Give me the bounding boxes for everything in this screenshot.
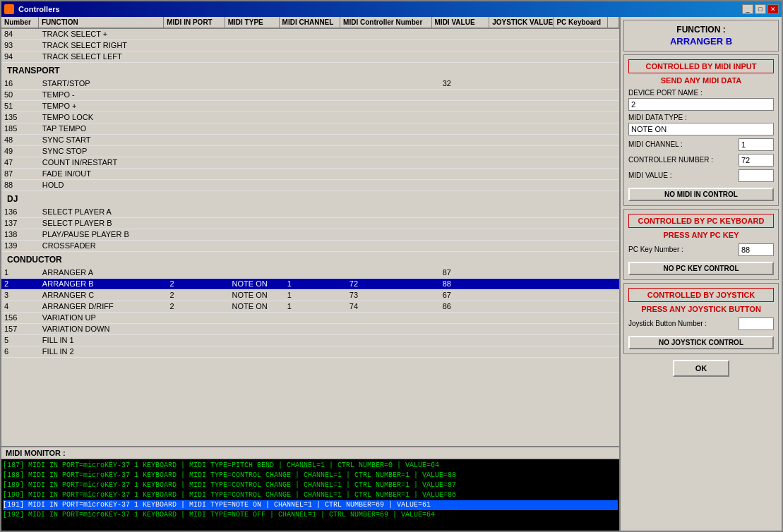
midi-log-line[interactable]: [189] MIDI IN PORT=microKEY-37 1 KEYBOAR… [3,480,618,490]
window-content: Number FUNCTION MIDI IN PORT MIDI TYPE M… [1,17,782,531]
table-row[interactable]: 93TRACK SELECT RIGHT [1,40,619,52]
table-cell: 5 [1,335,40,346]
midi-log-line[interactable]: [192] MIDI IN PORT=microKEY-37 1 KEYBOAR… [3,510,618,520]
table-row[interactable]: 2ARRANGER B2NOTE ON17288 [1,279,619,290]
table-row[interactable]: 138PLAY/PAUSE PLAYER B [1,229,619,241]
joystick-button-label: Joystick Button Number : [628,320,736,327]
table-cell [347,169,440,179]
midi-log-line[interactable]: [188] MIDI IN PORT=microKEY-37 1 KEYBOAR… [3,471,618,480]
table-cell [229,241,285,251]
table-row[interactable]: 16START/STOP32 [1,78,619,90]
table-row[interactable]: 6FILL IN 2 [1,346,619,358]
table-cell: 6 [1,346,40,357]
table-row[interactable]: 87FADE IN/OUT [1,169,619,180]
minimize-button[interactable]: _ [742,4,753,14]
col-header-function: FUNCTION [39,17,164,28]
section-label: CONDUCTOR [1,252,619,267]
close-button[interactable]: ✕ [767,4,779,14]
table-row[interactable]: 49SYNC STOP [1,146,619,157]
table-cell [498,146,564,157]
table-cell [285,52,347,62]
table-row[interactable]: 137SELECT PLAYER B [1,218,619,229]
table-cell [285,241,347,251]
table-cell [229,123,285,134]
table-cell: 94 [1,52,40,62]
midi-value-input[interactable] [739,169,774,182]
table-row[interactable]: 156VARIATION UP [1,313,619,324]
midi-data-type-input[interactable] [628,123,774,135]
table-cell: 50 [1,90,40,100]
table-row[interactable]: 48SYNC START [1,135,619,146]
table-row[interactable]: 47COUNT IN/RESTART [1,157,619,169]
table-cell [285,207,347,217]
table-row[interactable]: 88HOLD [1,180,619,191]
table-body[interactable]: 84TRACK SELECT +93TRACK SELECT RIGHT94TR… [1,29,619,446]
table-cell [498,169,564,179]
table-cell [229,324,285,334]
table-cell [229,313,285,323]
table-cell [498,229,564,240]
table-row[interactable]: 139CROSSFADER [1,241,619,252]
table-cell [498,52,564,62]
table-cell [564,123,619,134]
table-cell: 1 [285,290,347,301]
table-cell [167,135,229,145]
table-cell: 93 [1,40,40,51]
midi-log-line[interactable]: [191] MIDI IN PORT=microKEY-37 1 KEYBOAR… [3,500,618,510]
table-cell: NOTE ON [229,279,285,289]
right-panel: FUNCTION : ARRANGER B CONTROLLED BY MIDI… [619,17,782,531]
table-cell: 139 [1,241,40,251]
table-row[interactable]: 157VARIATION DOWN [1,324,619,335]
table-cell [347,29,440,40]
table-row[interactable]: 136SELECT PLAYER A [1,207,619,218]
table-cell [285,29,347,40]
table-cell [285,346,347,357]
joystick-button-input[interactable] [739,318,774,330]
table-cell: VARIATION DOWN [40,324,167,334]
ok-button[interactable]: OK [673,360,729,377]
table-row[interactable]: 4ARRANGER D/RIFF2NOTE ON17486 [1,301,619,313]
table-row[interactable]: 135TEMPO LOCK [1,112,619,123]
pc-key-label: PC Key Number : [628,246,736,253]
no-joystick-control-button[interactable]: NO JOYSTICK CONTROL [628,336,774,349]
table-cell [440,218,498,229]
table-cell [440,146,498,157]
controller-number-input[interactable] [739,154,774,167]
table-cell [347,335,440,346]
table-cell [498,123,564,134]
table-cell [498,135,564,145]
table-row[interactable]: 1ARRANGER A87 [1,267,619,279]
table-cell [564,346,619,357]
maximize-button[interactable]: □ [755,4,766,14]
table-cell [167,78,229,89]
table-cell [167,267,229,278]
table-cell [285,135,347,145]
table-cell [564,229,619,240]
midi-log-line[interactable]: [190] MIDI IN PORT=microKEY-37 1 KEYBOAR… [3,490,618,500]
table-cell [440,313,498,323]
table-row[interactable]: 84TRACK SELECT + [1,29,619,40]
no-midi-in-control-button[interactable]: NO MIDI IN CONTROL [628,188,774,201]
table-row[interactable]: 94TRACK SELECT LEFT [1,52,619,63]
table-cell [564,90,619,100]
table-row[interactable]: 185TAP TEMPO [1,123,619,135]
table-cell [498,324,564,334]
midi-channel-input[interactable] [739,138,774,151]
pc-key-input[interactable] [739,243,774,256]
table-cell [347,180,440,191]
table-row[interactable]: 3ARRANGER C2NOTE ON17367 [1,290,619,301]
table-row[interactable]: 51TEMPO + [1,101,619,112]
controller-number-label: CONTROLLER NUMBER : [628,156,736,164]
table-row[interactable]: 5FILL IN 1 [1,335,619,346]
table-cell [167,123,229,134]
table-cell [347,123,440,134]
table-cell [440,29,498,40]
device-port-input[interactable] [628,98,774,111]
table-cell: SYNC START [40,135,167,145]
midi-log-line[interactable]: [187] MIDI IN PORT=microKEY-37 1 KEYBOAR… [3,461,618,471]
function-value: ARRANGER B [628,36,774,47]
table-cell [167,29,229,40]
table-row[interactable]: 50TEMPO - [1,90,619,101]
table-cell [285,218,347,229]
no-pc-key-control-button[interactable]: NO PC KEY CONTROL [628,262,774,275]
